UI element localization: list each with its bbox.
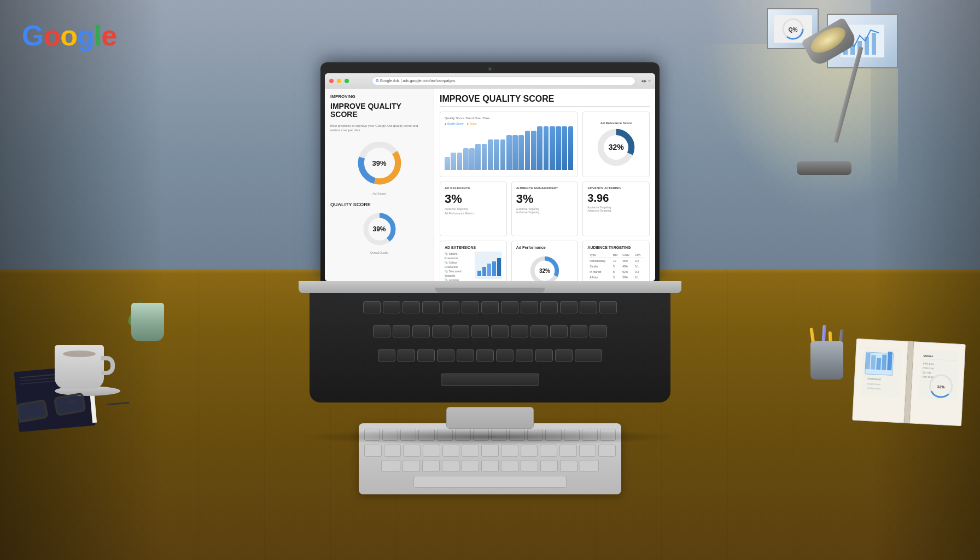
- bar-chart-card: Quality Score Trend Over Time ■ Quality …: [440, 112, 578, 177]
- browser-url-bar[interactable]: G Google Ads | ads.google.com/aw/campaig…: [372, 77, 635, 85]
- col-cpa: CPA: [634, 253, 644, 258]
- bar-chart-title: Quality Score Trend Over Time: [445, 116, 573, 120]
- performance-title: Ad Performance: [516, 246, 574, 249]
- room-shadow-left: [0, 0, 164, 560]
- donut-tr-title: Ad Relevance Score: [600, 121, 632, 125]
- lamp-arm: [833, 46, 863, 143]
- key-row-2: [320, 325, 660, 346]
- google-letter-g2: g: [77, 20, 94, 51]
- svg-text:CVR: 2.1%: CVR: 2.1%: [923, 366, 934, 370]
- browser-dot-close[interactable]: [329, 79, 334, 83]
- screen-sidebar: IMPROVING IMPROVE QUALITY SCORE Best pra…: [325, 89, 434, 281]
- browser-url-text: Google Ads: [380, 79, 399, 83]
- key-row-4: [320, 374, 660, 394]
- targeting-title: AUDIENCE TARGETING: [587, 246, 645, 249]
- bar-15: [537, 126, 542, 170]
- bar-17: [550, 126, 555, 170]
- svg-text:CTR: 3.2%: CTR: 3.2%: [923, 362, 934, 365]
- extensions-title: AD EXTENSIONS: [445, 246, 502, 249]
- bottom-card-performance: Ad Performance 32%: [511, 241, 579, 281]
- col-conv: Conv: [621, 253, 633, 258]
- table-row: In-market852%0.3: [588, 270, 644, 274]
- google-letter-l: l: [94, 20, 101, 51]
- svg-text:Metrics: Metrics: [923, 354, 933, 358]
- bar-10: [506, 135, 512, 170]
- cup-handle: [101, 356, 115, 375]
- bar-4: [469, 148, 475, 170]
- google-letter-e: e: [101, 20, 116, 51]
- screen-main: IMPROVE QUALITY SCORE Quality Score Tren…: [434, 89, 655, 281]
- pencil-cylinder: [810, 341, 843, 380]
- extensions-content: 📎 Sitelink Extensions 📎 Callout Extensio…: [445, 252, 471, 281]
- open-book: Dashboard Quality Score Ad Relevance Met…: [852, 339, 966, 426]
- svg-rect-5: [872, 33, 876, 55]
- metric-2-title: AUDIENCE MANAGEMENT: [516, 186, 574, 190]
- book-page-right: Metrics CTR: 3.2% CVR: 2.1% QS: 7/10 CPC…: [909, 341, 966, 426]
- browser-dot-maximize[interactable]: [345, 79, 349, 83]
- metric-2-value: 3%: [516, 192, 574, 206]
- laptop: G Google Ads | ads.google.com/aw/campaig…: [299, 62, 681, 429]
- google-logo: Google: [22, 19, 116, 52]
- svg-rect-19: [882, 354, 886, 370]
- metric-1-title: AD RELEVANCE: [445, 186, 502, 190]
- svg-rect-4: [865, 37, 869, 55]
- lamp-head: [801, 17, 858, 68]
- bar-11: [512, 135, 518, 170]
- svg-rect-43: [497, 258, 501, 276]
- browser-url-full: ads.google.com/aw/campaigns: [402, 79, 455, 83]
- browser-bar: G Google Ads | ads.google.com/aw/campaig…: [325, 73, 655, 89]
- svg-rect-18: [876, 358, 881, 370]
- ext-spacebar[interactable]: [413, 476, 567, 488]
- browser-nav-icons: ◀ ▶ ↺: [641, 79, 651, 83]
- bottom-card-targeting: AUDIENCE TARGETING Type Bid Conv CPA: [582, 241, 650, 281]
- cup-body: [55, 345, 104, 389]
- bar-12: [518, 135, 524, 170]
- svg-rect-39: [477, 271, 481, 276]
- metric-card-1: AD RELEVANCE 3% Audience Targeting Ad Pe…: [440, 182, 507, 236]
- bar-9: [500, 139, 506, 170]
- sidebar-donut-2: 39%: [360, 210, 399, 248]
- bottom-card-extensions: AD EXTENSIONS 📎 Sitelink Extensions 📎 Ca…: [440, 241, 507, 281]
- laptop-keyboard: [310, 293, 670, 402]
- col-type: Type: [588, 253, 611, 258]
- metric-card-2: AUDIENCE MANAGEMENT 3% Audience Targetin…: [511, 182, 579, 236]
- laptop-screen-housing: G Google Ads | ads.google.com/aw/campaig…: [320, 62, 660, 281]
- svg-text:QS: 7/10: QS: 7/10: [923, 371, 932, 374]
- sidebar-donut-1-label: Ad Score: [330, 192, 428, 195]
- donut-tr-visual: 32%: [596, 127, 637, 168]
- performance-donut-value: 32%: [539, 268, 550, 274]
- key-row-1: [320, 301, 660, 322]
- desk-lamp: [772, 0, 860, 175]
- bar-7: [488, 139, 493, 170]
- sidebar-section-title: IMPROVING: [330, 94, 428, 99]
- svg-rect-17: [871, 355, 876, 369]
- google-letter-o1: o: [43, 20, 60, 51]
- donut-tr-value: 32%: [609, 143, 624, 151]
- bar-19: [562, 126, 567, 170]
- bar-6: [482, 144, 487, 170]
- main-header: IMPROVE QUALITY SCORE: [440, 94, 650, 107]
- lamp-base: [797, 161, 851, 175]
- browser-dot-minimize[interactable]: [337, 79, 341, 83]
- laptop-camera: [488, 67, 492, 71]
- donut-top-right-card: Ad Relevance Score 32%: [582, 112, 650, 177]
- svg-rect-40: [482, 267, 486, 276]
- sidebar-donut-1-value: 39%: [372, 159, 386, 167]
- key-row-3: [320, 349, 660, 370]
- bar-20: [568, 126, 574, 170]
- bar-5: [475, 144, 481, 170]
- sidebar-section-2: QUALITY SCORE 39% Overall Quality: [330, 202, 428, 254]
- laptop-screen: G Google Ads | ads.google.com/aw/campaig…: [325, 73, 655, 281]
- trackpad[interactable]: [446, 407, 534, 429]
- svg-rect-42: [492, 261, 496, 276]
- plant-vase: [131, 303, 164, 341]
- bar-1: [451, 153, 456, 170]
- metric-card-3: ADVANCE ALTERING 3.96 Audience Targeting…: [582, 182, 650, 236]
- sidebar-main-title: IMPROVE QUALITY SCORE: [330, 102, 428, 119]
- main-content-grid: Quality Score Trend Over Time ■ Quality …: [440, 112, 650, 281]
- spacebar[interactable]: [441, 374, 539, 386]
- bar-0: [445, 157, 450, 170]
- svg-text:CPC: $1.20: CPC: $1.20: [922, 375, 934, 378]
- sidebar-description: Best practices to improve your Google Ad…: [330, 124, 428, 133]
- metric-3-value: 3.96: [587, 192, 645, 205]
